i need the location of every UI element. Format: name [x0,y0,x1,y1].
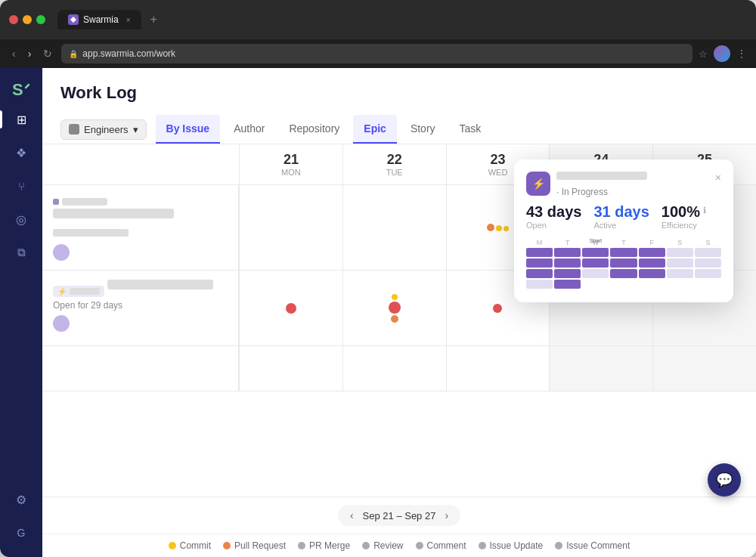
mini-cell [610,258,637,268]
info-icon[interactable]: ℹ [703,206,706,215]
cal-empty-thu [549,346,652,391]
git-icon: ⑂ [18,180,25,193]
activity-dots-tue-row2 [389,294,401,323]
sidebar-item-profile[interactable]: G [6,518,36,548]
cal-empty-fri [652,346,756,391]
popup-card: ⚡ · In Progress × 43 days Open [514,159,733,302]
sidebar-item-settings[interactable]: ⚙ [6,484,36,515]
main-content: Work Log Engineers ▾ By Issue Author Rep… [42,68,756,557]
activity-dot [487,224,494,231]
prev-week-button[interactable]: ‹ [350,509,354,521]
sidebar-item-team[interactable]: ❖ [6,138,36,168]
mini-cell [554,258,581,268]
story-label: Story [411,122,435,135]
cal-cell-row1-tue [342,185,446,270]
maximize-dot[interactable] [36,15,45,24]
settings-icon: ⚙ [16,493,26,507]
cal-empty-wed [446,346,550,391]
popup-status: · In Progress [556,187,709,197]
mini-cell [639,248,665,257]
issue-2-info: ⚡ Open for 29 days [42,271,239,345]
nav-bar: Engineers ▾ By Issue Author Repository E… [42,115,756,144]
commit-dot [169,542,176,549]
refresh-button[interactable]: ↻ [40,45,55,63]
popup-close-button[interactable]: × [715,172,721,184]
mini-cell [526,280,553,289]
tab-task[interactable]: Task [449,115,492,144]
tab-story[interactable]: Story [400,115,446,144]
popup-stats: 43 days Open 31 days Active 100% Efficie… [526,203,721,230]
forward-button[interactable]: › [25,45,35,63]
sidebar-item-git[interactable]: ⑂ [6,171,36,201]
app-logo[interactable]: S [9,77,33,101]
next-week-button[interactable]: › [445,509,448,521]
bookmark-button[interactable]: ☆ [699,48,708,60]
activity-dot [392,294,398,300]
date-nav: ‹ Sep 21 – Sep 27 › [338,505,460,526]
author-label: Author [234,122,265,135]
tab-by-issue[interactable]: By Issue [156,115,221,144]
activity-dot [496,225,502,231]
sidebar-item-home[interactable]: ⊞ [6,104,36,135]
url-bar[interactable]: 🔒 app.swarmia.com/work [61,44,692,63]
issue-title-blurred [53,209,174,218]
mini-day-f: F [639,239,665,246]
legend-item-issue-update: Issue Update [479,540,544,551]
new-tab-button[interactable]: + [144,10,163,29]
popup-active-value: 31 days [593,203,649,221]
mini-cell [610,280,637,289]
tab-author[interactable]: Author [223,115,275,144]
copy-icon: ⧉ [17,246,26,259]
cal-cell-row2-tue [342,271,446,345]
cal-empty-tue [342,346,446,391]
activity-dot [286,303,296,314]
epic-label-blurred [70,288,100,295]
mini-cell [695,248,721,257]
mini-day-t2: T [610,239,637,246]
pr-label: Pull Request [234,540,286,551]
mini-cell [610,269,637,278]
popup-open-label: Open [526,221,581,230]
close-dot[interactable] [9,15,18,24]
team-filter-label: Engineers [84,124,129,135]
team-filter-button[interactable]: Engineers ▾ [60,119,147,140]
tab-close-button[interactable]: × [126,16,131,24]
issue-card-2: ⚡ Open for 29 days [53,280,228,332]
legend-item-comment: Comment [416,540,466,551]
by-issue-label: By Issue [166,122,210,135]
legend-item-pr: Pull Request [223,540,286,551]
chat-button[interactable]: 💬 [708,463,741,497]
mini-cell [639,269,665,278]
calendar-footer: ‹ Sep 21 – Sep 27 › [42,497,756,534]
legend-item-pr-merge: PR Merge [298,540,350,551]
sidebar-item-radar[interactable]: ◎ [6,204,36,234]
engineers-icon [69,124,79,135]
popup-stat-open: 43 days Open [526,203,581,230]
activity-dots-wed-row1 [487,224,509,231]
popup-title-area: · In Progress [556,172,709,197]
profile-avatar[interactable] [714,45,730,62]
browser-tab-swarmia[interactable]: Swarmia × [57,10,141,29]
cal-cell-row1-mon [239,185,342,270]
repository-label: Repository [289,122,339,135]
tab-repository[interactable]: Repository [278,115,350,144]
tab-epic[interactable]: Epic [353,115,397,144]
back-button[interactable]: ‹ [9,45,19,63]
cal-empty-mon [239,346,342,391]
pr-merge-dot [298,542,305,549]
minimize-dot[interactable] [23,15,32,24]
cal-header-empty [42,144,239,184]
app-layout: S ⊞ ❖ ⑂ ◎ ⧉ ⚙ G [0,68,756,557]
mini-cell [639,258,665,268]
popup-active-label: Active [593,221,649,230]
team-icon: ❖ [16,146,26,160]
profile-icon: G [17,527,26,539]
browser-window: Swarmia × + ‹ › ↻ 🔒 app.swarmia.com/work… [0,0,756,557]
popup-stat-efficiency: 100% Efficiency ℹ [662,203,706,230]
activity-dot [391,315,398,323]
sidebar-item-copy[interactable]: ⧉ [6,237,36,268]
mini-cell [667,248,693,257]
browser-menu-button[interactable]: ⋮ [736,48,747,60]
cal-day-22: 22 TUE [342,144,446,184]
mini-cal-week-2 [526,258,721,268]
